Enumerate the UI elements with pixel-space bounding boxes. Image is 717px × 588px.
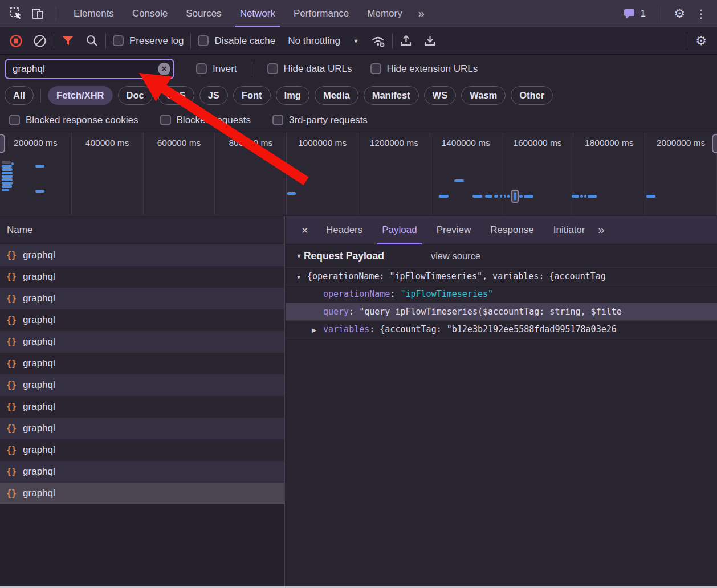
overview-request-bar [507, 195, 510, 198]
tab-sources[interactable]: Sources [177, 0, 230, 27]
overview-request-bar [572, 195, 579, 198]
request-row[interactable]: {}graphql [0, 418, 284, 439]
overview-request-bar [580, 195, 583, 198]
more-options-icon[interactable]: ⋮ [691, 3, 711, 24]
filter-toggle-button[interactable] [58, 31, 78, 51]
section-title: Request Payload [304, 250, 384, 262]
detail-tab-response[interactable]: Response [480, 216, 544, 244]
json-braces-icon: {} [6, 337, 17, 347]
tab-network[interactable]: Network [231, 0, 284, 27]
blocked-requests-checkbox[interactable] [160, 115, 171, 125]
collapse-icon[interactable]: ▶ [312, 321, 323, 338]
detail-tab-payload[interactable]: Payload [372, 216, 426, 244]
type-filter-doc[interactable]: Doc [118, 86, 153, 105]
network-conditions-button[interactable] [368, 31, 389, 51]
record-icon [9, 34, 23, 48]
more-tabs-chevron[interactable]: » [413, 7, 430, 20]
hide-data-urls-checkbox[interactable] [267, 63, 278, 74]
network-overview-timeline[interactable]: 200000 ms 400000 ms 600000 ms 800000 ms … [0, 133, 717, 215]
detail-more-tabs-chevron[interactable]: » [596, 223, 606, 236]
request-row[interactable]: {}graphql [0, 439, 284, 461]
payload-row-variables[interactable]: ▶variables: {accountTag: "b12e3b2192ee55… [286, 320, 717, 338]
json-braces-icon: {} [6, 423, 17, 434]
expand-icon[interactable]: ▼ [296, 268, 307, 285]
payload-row-query[interactable]: query: "query ipFlowTimeseries($accountT… [286, 303, 717, 320]
request-row[interactable]: {}graphql [0, 461, 284, 483]
request-name: graphql [23, 293, 55, 304]
settings-gear-icon[interactable]: ⚙ [669, 3, 690, 24]
import-har-button[interactable] [396, 31, 417, 51]
device-toolbar-button[interactable] [27, 3, 48, 24]
detail-tab-preview[interactable]: Preview [427, 216, 480, 244]
clear-filter-icon[interactable]: × [158, 63, 170, 75]
toolbar-divider-4 [392, 34, 393, 48]
tab-performance[interactable]: Performance [284, 0, 358, 27]
hide-extension-urls-checkbox[interactable] [370, 63, 381, 74]
name-column-header[interactable]: Name [0, 216, 284, 244]
type-filter-ws[interactable]: WS [424, 86, 457, 105]
payload-value: "ipFlowTimeseries" [400, 289, 493, 299]
resource-type-filters: All Fetch/XHR Doc CSS JS Font Img Media … [0, 83, 717, 108]
close-detail-icon[interactable]: × [294, 223, 316, 237]
type-filter-font[interactable]: Font [233, 86, 271, 105]
type-filter-all[interactable]: All [5, 86, 34, 105]
type-filter-fetch-xhr[interactable]: Fetch/XHR [48, 86, 112, 105]
blocked-response-cookies-control: Blocked response cookies [6, 115, 142, 126]
disable-cache-checkbox[interactable] [198, 35, 209, 46]
clear-network-log-button[interactable] [30, 31, 50, 51]
record-network-log-button[interactable] [6, 31, 26, 51]
network-settings-gear-icon[interactable]: ⚙ [691, 31, 711, 51]
payload-row-operation-name[interactable]: operationName: "ipFlowTimeseries" [286, 285, 717, 303]
tab-memory[interactable]: Memory [358, 0, 411, 27]
request-payload-header[interactable]: ▼ Request Payload view source [286, 244, 717, 267]
disable-cache-control: Disable cache [194, 35, 279, 47]
request-row[interactable]: {}graphql [0, 353, 284, 374]
detail-tab-headers[interactable]: Headers [316, 216, 372, 244]
type-filter-css[interactable]: CSS [158, 86, 194, 105]
overview-right-drag-handle[interactable] [712, 134, 717, 153]
type-filter-img[interactable]: Img [276, 86, 309, 105]
advanced-filters-row: Blocked response cookies Blocked request… [0, 108, 717, 132]
type-filter-manifest[interactable]: Manifest [364, 86, 419, 105]
request-list-panel: Name {}graphql {}graphql {}graphql {}gra… [0, 216, 285, 586]
invert-checkbox[interactable] [196, 63, 207, 74]
request-row[interactable]: {}graphql [0, 331, 284, 353]
search-button[interactable] [82, 31, 102, 51]
third-party-requests-checkbox[interactable] [272, 115, 283, 125]
request-row[interactable]: {}graphql [0, 266, 284, 288]
toolbar-divider-3 [190, 34, 191, 48]
tab-console[interactable]: Console [123, 0, 177, 27]
overview-request-bar [494, 195, 498, 198]
request-name: graphql [23, 401, 55, 413]
toolbar-divider-1 [54, 34, 54, 48]
type-filter-other[interactable]: Other [511, 86, 553, 105]
type-filter-js[interactable]: JS [199, 86, 228, 105]
json-braces-icon: {} [6, 293, 17, 304]
upload-icon [399, 34, 413, 48]
type-filter-media[interactable]: Media [315, 86, 358, 105]
type-filter-wasm[interactable]: Wasm [461, 86, 506, 105]
detail-tab-initiator[interactable]: Initiator [544, 216, 595, 244]
filter-input[interactable] [5, 59, 174, 79]
json-braces-icon: {} [6, 250, 17, 260]
request-row[interactable]: {}graphql [0, 244, 284, 266]
inspect-element-button[interactable] [6, 3, 26, 24]
overview-left-drag-handle[interactable] [0, 134, 5, 153]
issues-button[interactable]: 1 [616, 7, 653, 21]
request-row-selected[interactable]: {}graphql [0, 483, 284, 504]
json-braces-icon: {} [6, 488, 17, 499]
payload-summary-row[interactable]: ▼{operationName: "ipFlowTimeseries", var… [286, 267, 717, 285]
request-row[interactable]: {}graphql [0, 396, 284, 418]
request-row[interactable]: {}graphql [0, 288, 284, 309]
request-row[interactable]: {}graphql [0, 309, 284, 331]
blocked-response-cookies-checkbox[interactable] [9, 115, 20, 125]
throttling-value: No throttling [288, 35, 340, 47]
overview-request-bar [500, 195, 502, 198]
export-har-button[interactable] [420, 31, 441, 51]
json-braces-icon: {} [6, 402, 17, 412]
request-row[interactable]: {}graphql [0, 374, 284, 396]
view-source-link[interactable]: view source [431, 251, 480, 262]
tab-elements[interactable]: Elements [64, 0, 123, 27]
throttling-select[interactable]: No throttling ▼ [282, 35, 365, 47]
preserve-log-checkbox[interactable] [113, 35, 124, 46]
